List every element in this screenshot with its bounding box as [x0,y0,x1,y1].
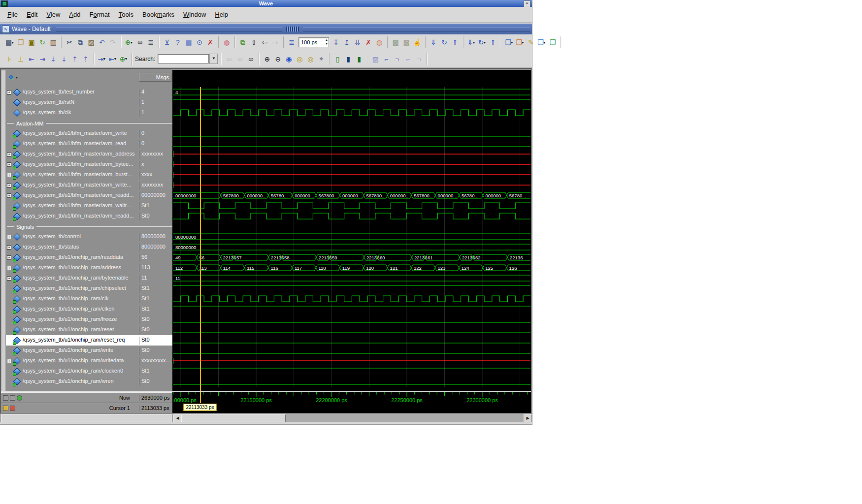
scroll-left-button[interactable]: ◀ [173,414,182,422]
export-bookmark-button[interactable]: ❒ [547,37,558,48]
chevron-down-icon[interactable]: ▼ [124,57,128,61]
menu-edit[interactable]: Edit [22,9,42,20]
group-divider[interactable]: Avalon-MM [6,118,172,128]
wave-grid-button[interactable]: ▦ [183,37,194,48]
add-time-marker-button[interactable]: ⊕▼ [118,54,129,64]
expand-icon[interactable]: + [7,152,11,157]
signal-row[interactable]: /qsys_system_tb/u1/onchip_ram/freezeSt0 [6,315,172,325]
expand-icon[interactable]: + [7,266,11,270]
snap-right-button[interactable]: ¬ [392,54,402,64]
signal-row[interactable]: +/qsys_system_tb/u1/bfm_master/avm_bytee… [6,159,172,170]
signal-row[interactable]: /qsys_system_tb/u1/onchip_ram/reset_reqS… [6,335,172,346]
signal-row[interactable]: +/qsys_system_tb/u1/onchip_ram/byteenabl… [6,273,172,284]
cursor-row[interactable]: Cursor 1 2113033 ps [1,403,172,413]
search-input[interactable] [158,54,209,63]
run-length-spinbox[interactable]: 100 ps▲▼ [298,37,329,47]
expand-icon[interactable]: + [7,173,11,177]
insert-cursor-button[interactable]: ⊦ [4,54,15,64]
expand-icon[interactable]: + [7,162,11,167]
signal-row[interactable]: +/qsys_system_tb/u1/bfm_master/avm_addre… [6,149,172,159]
signal-row[interactable]: /qsys_system_tb/u1/bfm_master/avm_read0 [6,139,172,149]
view-active-button[interactable]: ▮ [343,54,354,64]
profile-report-button[interactable]: ▩ [390,37,401,48]
env-forward-button[interactable]: ⇨ [270,37,281,48]
search-forward-button[interactable]: ∞ [234,54,245,64]
env-back-button[interactable]: ⇦ [259,37,270,48]
msgs-column-header[interactable]: Msgs [139,73,171,82]
signal-row[interactable]: /qsys_system_tb/rstN1 [6,97,172,108]
save-file-button[interactable]: ▣ [26,37,37,48]
cut-button[interactable]: ✂ [64,37,75,48]
print-button[interactable]: ▥ [48,37,59,48]
prev-rising-edge-button[interactable]: ⇡ [69,54,80,64]
signal-row[interactable]: /qsys_system_tb/u1/bfm_master/avm_write0 [6,128,172,139]
next-falling-edge-button[interactable]: ⇣ [59,54,69,64]
chevron-down-icon[interactable]: ▼ [11,41,14,44]
pane-grip[interactable] [303,28,530,32]
prev-falling-edge-button[interactable]: ⇣ [48,54,59,64]
active-cursor-icon[interactable] [17,395,22,401]
menu-help[interactable]: Help [210,9,232,20]
filter-wave-button[interactable]: ⊻ [162,37,172,48]
pane-grip[interactable] [56,28,283,32]
zoom-mode-button[interactable]: ⌖ [316,54,327,64]
expand-icon[interactable]: + [7,90,11,94]
add-to-wave-button[interactable]: ⊕▼ [124,37,134,48]
signal-row[interactable]: +/qsys_system_tb/control80000000 [6,232,172,242]
reload-button[interactable]: ↻ [37,37,48,48]
find-button[interactable]: ∞ [134,37,145,48]
menu-window[interactable]: Window [179,9,210,20]
waveform-area[interactable]: 400000000567800...000000...56780...00000… [172,70,531,413]
break-sim-button[interactable]: ✗ [363,37,374,48]
wave-options-button[interactable]: ? [172,37,183,48]
signal-row[interactable]: +/qsys_system_tb/test_number4 [6,87,172,97]
menu-view[interactable]: View [42,9,65,20]
continue-run-button[interactable]: ↥ [341,37,352,48]
zoom-in-button[interactable]: ⊕ [262,54,272,64]
collapse-time-button[interactable]: ⇤▼ [107,54,118,64]
search-options-button[interactable]: ∞ [245,54,256,64]
menu-add[interactable]: Add [65,9,85,20]
zoom-full-button[interactable]: ◉ [283,54,294,64]
chevron-down-icon[interactable]: ▼ [102,57,106,61]
wave-scroll-thumb[interactable] [181,414,286,422]
stop-sim-button[interactable]: ◍ [374,37,385,48]
signal-row[interactable]: +/qsys_system_tb/u1/onchip_ram/address11… [6,263,172,273]
signal-row[interactable]: /qsys_system_tb/u1/onchip_ram/chipselect… [6,284,172,294]
grid-mode-icon[interactable] [10,395,15,401]
save-bookmarks-button[interactable]: ❒▼ [536,37,547,48]
find-next-transition-button[interactable]: ↻ [439,37,450,48]
signal-row[interactable]: /qsys_system_tb/u1/onchip_ram/clkenSt1 [6,304,172,315]
view-full-button[interactable]: ▯ [332,54,343,64]
next-transition-cursor-button[interactable]: ⇥ [37,54,48,64]
expand-bus-view-button[interactable]: ▨ [370,54,381,64]
stop-draw-button[interactable]: ◍ [221,37,232,48]
expand-icon[interactable]: + [7,235,11,239]
spinbox-arrows-icon[interactable]: ▲▼ [325,38,328,46]
signal-row[interactable]: +/qsys_system_tb/u1/onchip_ram/writedata… [6,356,172,366]
zoom-range-button[interactable]: ◎ [305,54,316,64]
cursor-lock-icon[interactable] [3,406,8,411]
delete-cursor-button[interactable]: ⊥ [15,54,26,64]
signal-row[interactable]: /qsys_system_tb/u1/onchip_ram/clkSt1 [6,294,172,304]
chevron-down-icon[interactable]: ▼ [543,41,546,44]
margin-right-button[interactable]: ¬ [413,54,424,64]
last-edge-button[interactable]: ⇑ [488,37,498,48]
copy-button[interactable]: ⧉ [75,37,86,48]
chevron-down-icon[interactable]: ▼ [130,41,133,44]
next-rising-edge-button[interactable]: ⇡ [80,54,91,64]
delete-wave-button[interactable]: ✗ [205,37,216,48]
next-edge-button[interactable]: ↻▼ [477,37,488,48]
signal-row[interactable]: /qsys_system_tb/u1/onchip_ram/writeSt0 [6,346,172,356]
redo-button[interactable]: ↷ [107,37,118,48]
signal-row[interactable]: +/qsys_system_tb/status80000000 [6,242,172,252]
add-bookmark-button[interactable]: ❒▼ [504,37,515,48]
time-cursor-line[interactable] [200,87,201,403]
signal-row[interactable]: /qsys_system_tb/u1/bfm_master/avm_readd.… [6,211,172,221]
signal-list-vscrollbar[interactable] [1,70,6,413]
chevron-down-icon[interactable]: ▼ [472,41,475,44]
cursor-edit-icon[interactable] [10,406,15,411]
view-interval-button[interactable]: ▮ [354,54,365,64]
show-hierarchy-button[interactable]: ≣ [145,37,156,48]
prev-edge-button[interactable]: ⇓▼ [466,37,477,48]
